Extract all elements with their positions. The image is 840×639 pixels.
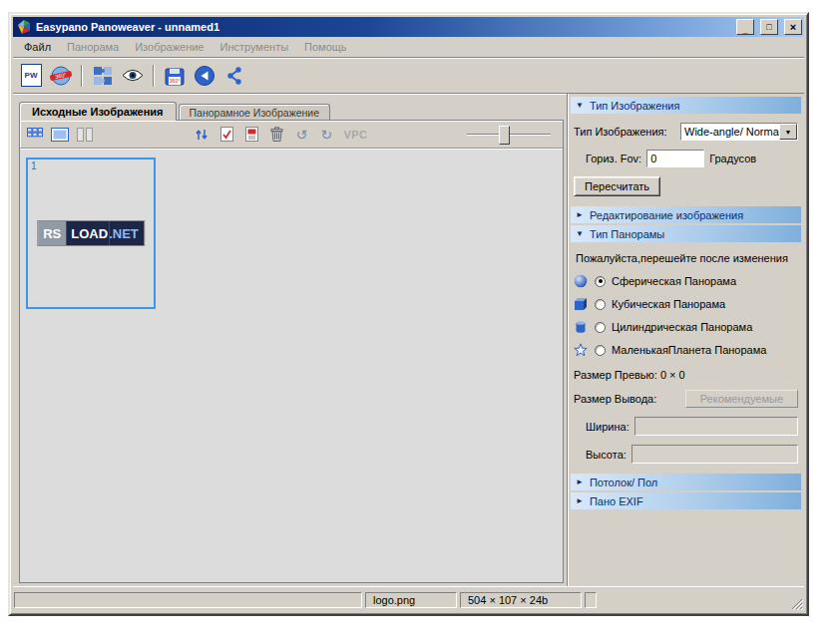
pw-document-icon: PW [21,64,42,87]
menu-panorama[interactable]: Панорама [59,39,127,55]
add-image-button[interactable] [241,125,261,145]
triangle-collapsed-icon: ► [576,211,584,219]
undo-arrow-icon [194,65,215,87]
cylinder-icon [574,320,589,334]
maximize-icon: □ [766,22,771,32]
app-icon [16,19,32,35]
slider-thumb[interactable] [499,126,510,145]
status-message-pane [14,592,362,608]
stitch-button[interactable] [89,63,117,89]
option-label: Сферическая Панорама [612,275,736,287]
share-button[interactable] [220,63,248,89]
pano-type-section: Пожалуйста,перешейте после изменения Сфе… [571,244,801,472]
status-bar: logo.png 504 × 107 × 24b [13,586,804,611]
close-button[interactable]: × [784,19,802,35]
new-project-button[interactable]: PW [17,63,45,89]
toolbar-separator [153,65,155,87]
thumbnail-view-button[interactable] [25,125,45,145]
rotate-left-icon: ↺ [296,128,308,142]
section-title: Тип Панорамы [590,228,664,240]
section-title: Тип Изображения [590,100,680,112]
select-image-button[interactable] [216,125,236,145]
minimize-button[interactable]: _ [736,19,754,35]
sphere-360-icon: 360° [50,65,72,87]
option-label: Кубическая Панорама [612,298,725,310]
image-workspace: Исходные Изображения Панорамное Изображе… [13,94,567,586]
single-view-button[interactable] [50,125,70,145]
height-label: Высота: [586,449,627,461]
width-label: Ширина: [586,421,630,433]
status-small-pane [585,592,597,608]
rotate-right-icon: ↻ [321,128,333,142]
radio-spherical[interactable] [595,276,606,287]
status-dimensions-pane: 504 × 107 × 24b [460,592,582,608]
radio-little-planet[interactable] [595,345,606,356]
vpc-button[interactable]: VPC [343,129,367,141]
maximize-button[interactable]: □ [760,19,778,35]
section-header-pano-type[interactable]: ▼ Тип Панорамы [571,225,801,242]
image-type-section: Тип Изображения: Wide-angle/ Norma ▼ Гор… [571,116,801,204]
pano-note: Пожалуйста,перешейте после изменения [574,251,798,265]
delete-image-button[interactable] [266,125,286,145]
preview-button[interactable] [119,63,147,89]
rotate-right-button[interactable]: ↻ [316,125,336,145]
image-type-select[interactable]: Wide-angle/ Norma ▼ [680,123,798,141]
recommended-size-button[interactable]: Рекомендуемые [685,390,798,408]
pano-option-cylindrical[interactable]: Цилиндрическая Панорама [574,320,798,334]
section-header-pano-exif[interactable]: ► Пано EXIF [571,492,801,509]
pano-option-little-planet[interactable]: МаленькаяПланета Панорама [574,343,798,357]
output-size-label: Размер Вывода: [574,393,656,405]
menu-tools[interactable]: Инструменты [211,39,296,55]
tab-panoramic-image[interactable]: Панорамное Изображение [179,104,330,120]
pano-option-spherical[interactable]: Сферическая Панорама [574,274,798,288]
recalculate-button[interactable]: Пересчитать [574,176,660,196]
pano-option-cubic[interactable]: Кубическая Панорама [574,297,798,311]
window-title: Easypano Panoweaver - unnamed1 [36,21,730,33]
menu-image[interactable]: Изображение [127,39,211,55]
title-bar[interactable]: Easypano Panoweaver - unnamed1 _ □ × [13,17,804,37]
panel-filler [571,511,801,583]
save-360-icon: 360° [164,65,186,87]
fov-input[interactable] [646,150,704,167]
workspace-tabs: Исходные Изображения Панорамное Изображе… [19,98,564,120]
height-input[interactable] [631,445,798,464]
section-header-image-type[interactable]: ▼ Тип Изображения [571,97,801,114]
radio-cubic[interactable] [595,299,606,310]
section-header-image-edit[interactable]: ► Редактирование изображения [571,206,801,223]
desktop: { "window": { "title": "Easypano Panowea… [0,0,840,639]
status-filename: logo.png [373,594,415,606]
status-filename-pane: logo.png [365,592,457,608]
menu-help[interactable]: Помощь [296,39,355,55]
option-label: МаленькаяПланета Панорама [612,344,766,356]
menu-file[interactable]: Файл [16,39,59,55]
status-dimensions: 504 × 107 × 24b [468,594,548,606]
sort-arrows-icon [195,128,209,142]
rotate-left-button[interactable]: ↺ [291,125,311,145]
tab-source-images[interactable]: Исходные Изображения [19,102,177,121]
content-area: Исходные Изображения Панорамное Изображе… [13,94,804,586]
back-button[interactable] [191,63,218,89]
open-360-gallery-button[interactable]: 360° [47,63,75,89]
width-input[interactable] [634,417,798,436]
radio-cylindrical[interactable] [595,322,606,333]
image-thumbnail-selected[interactable]: 1 RS LOAD .NET [26,158,156,309]
trash-icon [270,127,283,142]
save-panorama-button[interactable]: 360° [161,63,189,89]
option-label: Цилиндрическая Панорама [612,321,752,333]
section-header-ceiling-floor[interactable]: ► Потолок/ Пол [571,474,801,490]
fov-label: Гориз. Fov: [586,153,641,164]
sort-images-button[interactable] [192,125,211,145]
cube-icon [574,297,589,311]
resize-grip[interactable] [790,597,803,610]
single-image-icon [51,128,69,142]
triangle-collapsed-icon: ► [576,497,584,505]
split-view-icon [77,128,93,142]
share-icon [224,66,244,86]
svg-text:360°: 360° [170,78,180,84]
toolbar-separator [81,65,83,87]
menu-bar: Файл Панорама Изображение Инструменты По… [13,37,804,58]
section-title: Пано EXIF [590,495,643,507]
zoom-slider[interactable] [467,125,551,145]
chevron-down-icon[interactable]: ▼ [779,124,797,140]
compare-view-button[interactable] [75,125,95,145]
